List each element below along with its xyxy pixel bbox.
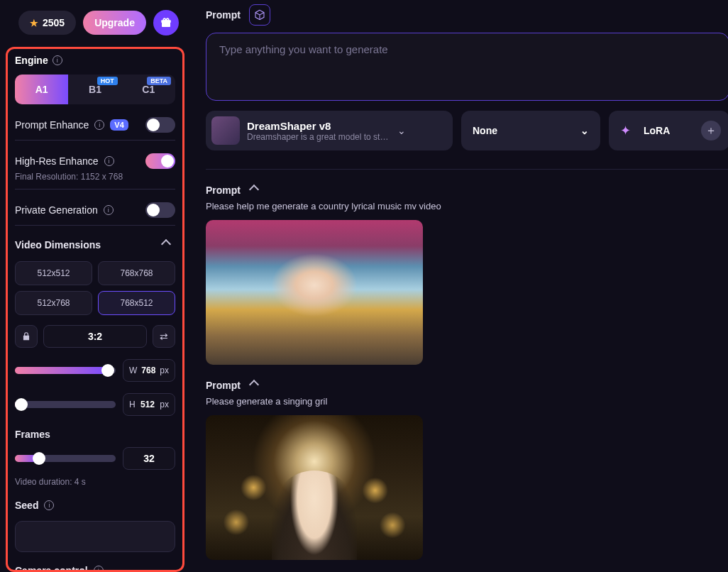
cube-icon (254, 9, 265, 21)
upgrade-button[interactable]: Upgrade (83, 11, 146, 35)
beta-badge: BETA (147, 77, 171, 85)
gift-button[interactable] (153, 10, 179, 35)
frames-value: 32 (123, 447, 175, 470)
chevron-down-icon: ⌄ (580, 125, 589, 136)
v4-badge: V4 (110, 119, 128, 131)
dim-preset-0[interactable]: 512x512 (15, 261, 92, 285)
model-name: DreamShaper v8 (247, 120, 389, 132)
star-icon: ★ (30, 18, 38, 28)
engine-tabs: A1 B1HOT C1BETA (15, 75, 175, 104)
dimensions-label: Video Dimensions (15, 239, 101, 251)
credits-value: 2505 (43, 17, 65, 28)
engine-label: Engine (15, 55, 48, 66)
prompt-enhance-toggle[interactable] (145, 117, 175, 133)
hot-badge: HOT (97, 77, 118, 85)
chevron-up-icon (250, 184, 263, 197)
ratio-display[interactable]: 3:2 (43, 325, 147, 348)
credits-pill[interactable]: ★2505 (18, 11, 76, 35)
private-gen-label: Private Generation (15, 204, 98, 216)
chevron-up-icon[interactable] (162, 238, 175, 251)
chevron-up-icon (250, 379, 263, 392)
vae-select[interactable]: None⌄ (461, 111, 600, 150)
plus-icon: ＋ (701, 121, 721, 141)
prompt-textarea[interactable]: Type anything you want to generate (206, 33, 728, 101)
hires-label: High-Res Enhance (15, 155, 99, 167)
info-icon[interactable]: i (94, 566, 104, 572)
info-icon[interactable]: i (104, 205, 114, 215)
engine-tab-a1[interactable]: A1 (15, 75, 68, 104)
lora-label: LoRA (644, 125, 670, 136)
engine-tab-c1[interactable]: C1BETA (122, 75, 175, 104)
history-prompt-0: Please help me generate a country lyrica… (206, 201, 728, 211)
height-slider[interactable] (15, 401, 116, 408)
dim-preset-2[interactable]: 512x768 (15, 291, 92, 315)
history-item-header-0[interactable]: Prompt (206, 184, 728, 197)
history-item-header-1[interactable]: Prompt (206, 379, 728, 392)
seed-input[interactable] (15, 521, 175, 552)
private-gen-toggle[interactable] (145, 202, 175, 218)
width-slider[interactable] (15, 367, 116, 374)
lock-button[interactable] (15, 325, 38, 348)
dim-preset-3[interactable]: 768x512 (98, 291, 175, 315)
hires-toggle[interactable] (145, 153, 175, 169)
hires-note: Final Resolution: 1152 x 768 (15, 172, 175, 182)
prompt-enhance-label: Prompt Enhance (15, 119, 89, 131)
chevron-down-icon: ⌄ (397, 125, 406, 136)
frames-slider[interactable] (15, 455, 116, 462)
camera-label: Camera control (15, 565, 88, 572)
engine-tab-b1[interactable]: B1HOT (68, 75, 121, 104)
sparkle-icon: ✦ (620, 123, 631, 138)
prompt-label: Prompt (206, 9, 241, 21)
model-thumb (211, 116, 240, 145)
seed-label: Seed (15, 500, 38, 511)
history-image-1[interactable] (206, 415, 423, 560)
info-icon[interactable]: i (104, 156, 114, 166)
width-value: W768px (123, 359, 175, 382)
height-value: H512px (123, 393, 175, 416)
info-icon[interactable]: i (94, 120, 104, 130)
info-icon[interactable]: i (53, 55, 62, 65)
model-select[interactable]: DreamShaper v8 Dreamshaper is a great mo… (206, 111, 453, 150)
history-prompt-1: Please generate a singing gril (206, 396, 728, 407)
model-cube-button[interactable] (249, 4, 270, 26)
lock-icon (21, 331, 31, 341)
swap-button[interactable]: ⇄ (153, 325, 175, 348)
prompt-placeholder: Type anything you want to generate (219, 43, 388, 55)
model-desc: Dreamshaper is a great model to start wi… (247, 132, 389, 142)
dim-preset-1[interactable]: 768x768 (98, 261, 175, 285)
frames-label: Frames (15, 429, 50, 440)
lora-button[interactable]: ✦LoRA＋ (609, 111, 728, 150)
gift-icon (160, 16, 172, 29)
video-duration: Video duration: 4 s (15, 477, 175, 487)
info-icon[interactable]: i (44, 500, 54, 510)
history-image-0[interactable] (206, 220, 423, 365)
vae-value: None (473, 125, 497, 136)
settings-panel: Enginei A1 B1HOT C1BETA Prompt EnhanceiV… (6, 47, 184, 572)
